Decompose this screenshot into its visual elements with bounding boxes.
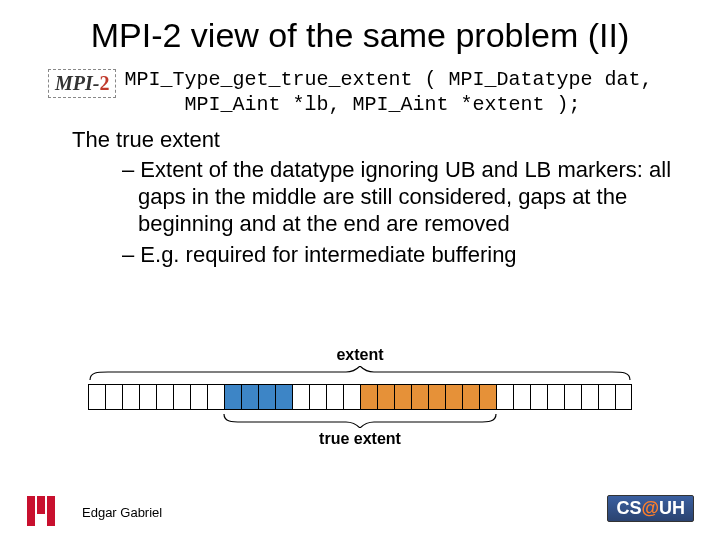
cell	[105, 384, 122, 410]
bullet-list: – Extent of the datatype ignoring UB and…	[122, 157, 690, 268]
cell	[530, 384, 547, 410]
cell	[258, 384, 275, 410]
brace-top-icon	[88, 366, 632, 382]
cell	[462, 384, 479, 410]
cell	[428, 384, 445, 410]
cell	[598, 384, 615, 410]
cell	[445, 384, 462, 410]
cell	[547, 384, 564, 410]
csuh-logo: CS@UH	[607, 495, 694, 522]
subhead: The true extent	[72, 127, 690, 153]
extent-diagram: extent true extent	[0, 346, 720, 448]
code-block: MPI_Type_get_true_extent ( MPI_Datatype …	[124, 67, 652, 117]
cell	[394, 384, 411, 410]
cell	[411, 384, 428, 410]
page-title: MPI-2 view of the same problem (II)	[30, 16, 690, 55]
cell	[360, 384, 377, 410]
cell	[292, 384, 309, 410]
csuh-uh: UH	[659, 498, 685, 518]
cell	[377, 384, 394, 410]
code-row: MPI-2 MPI_Type_get_true_extent ( MPI_Dat…	[48, 69, 690, 117]
cell	[88, 384, 105, 410]
csuh-at: @	[641, 498, 659, 518]
cell	[326, 384, 343, 410]
cell	[275, 384, 292, 410]
cell	[309, 384, 326, 410]
cell	[479, 384, 496, 410]
csuh-cs: CS	[616, 498, 641, 518]
code-line-2: MPI_Aint *lb, MPI_Aint *extent );	[124, 93, 580, 116]
true-extent-label: true extent	[0, 430, 720, 448]
cell	[173, 384, 190, 410]
badge-suffix: 2	[99, 72, 109, 94]
cell	[122, 384, 139, 410]
cell	[207, 384, 224, 410]
extent-label: extent	[0, 346, 720, 364]
cell	[581, 384, 598, 410]
brace-bottom-icon	[88, 412, 632, 428]
cell	[496, 384, 513, 410]
cell	[564, 384, 581, 410]
cell	[615, 384, 632, 410]
cell	[139, 384, 156, 410]
cell	[190, 384, 207, 410]
list-item: – E.g. required for intermediate bufferi…	[122, 242, 690, 269]
cell	[343, 384, 360, 410]
mpi2-badge: MPI-2	[48, 69, 116, 98]
cell	[513, 384, 530, 410]
author-name: Edgar Gabriel	[82, 505, 162, 520]
cell-strip	[0, 384, 720, 410]
cell	[156, 384, 173, 410]
badge-prefix: MPI-	[55, 72, 99, 94]
list-item: – Extent of the datatype ignoring UB and…	[122, 157, 690, 237]
code-line-1: MPI_Type_get_true_extent ( MPI_Datatype …	[124, 68, 652, 91]
cell	[241, 384, 258, 410]
cell	[224, 384, 241, 410]
uh-logo-icon	[26, 496, 56, 526]
